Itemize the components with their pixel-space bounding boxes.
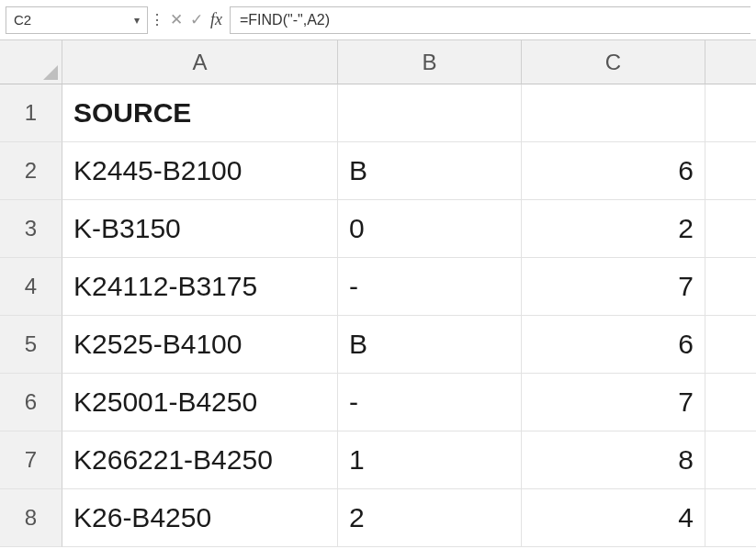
cell-B5[interactable]: B xyxy=(338,316,522,374)
cell-A3[interactable]: K-B3150 xyxy=(62,200,338,258)
cell-C4[interactable]: 7 xyxy=(522,258,705,316)
cell-C3[interactable]: 2 xyxy=(522,200,705,258)
row-header-6[interactable]: 6 xyxy=(0,374,62,431)
more-icon[interactable]: ⋮ xyxy=(148,11,166,28)
cell-B2[interactable]: B xyxy=(338,142,522,200)
cell-C2[interactable]: 6 xyxy=(522,142,705,200)
cell-A7[interactable]: K266221-B4250 xyxy=(62,431,338,489)
cell-C8[interactable]: 4 xyxy=(522,489,705,547)
cell-C1[interactable] xyxy=(522,84,705,142)
cancel-icon[interactable]: ✕ xyxy=(170,10,183,29)
row-header-1[interactable]: 1 xyxy=(0,84,62,142)
cell-B3[interactable]: 0 xyxy=(338,200,522,258)
spreadsheet-grid: A B C 1 SOURCE 2 K2445-B2100 B 6 xyxy=(0,40,756,549)
table-row: 7 K266221-B4250 1 8 xyxy=(0,431,756,489)
table-row: 2 K2445-B2100 B 6 xyxy=(0,142,756,200)
cell-A6[interactable]: K25001-B4250 xyxy=(62,374,338,431)
row-header-2[interactable]: 2 xyxy=(0,142,62,200)
cell-D6[interactable] xyxy=(705,374,756,431)
formula-bar-buttons: ✕ ✓ fx xyxy=(166,10,226,29)
chevron-down-icon[interactable]: ▾ xyxy=(134,14,140,27)
cell-D5[interactable] xyxy=(705,316,756,374)
cell-B7[interactable]: 1 xyxy=(338,431,522,489)
cell-D2[interactable] xyxy=(705,142,756,200)
cell-D1[interactable] xyxy=(705,84,756,142)
row-header-8[interactable]: 8 xyxy=(0,489,62,547)
row-header-3[interactable]: 3 xyxy=(0,200,62,258)
grid-body: 1 SOURCE 2 K2445-B2100 B 6 3 K-B3150 0 2 xyxy=(0,84,756,547)
cell-D7[interactable] xyxy=(705,431,756,489)
cell-B4[interactable]: - xyxy=(338,258,522,316)
fx-icon[interactable]: fx xyxy=(210,10,222,29)
table-row: 3 K-B3150 0 2 xyxy=(0,200,756,258)
cell-B6[interactable]: - xyxy=(338,374,522,431)
col-header-C[interactable]: C xyxy=(522,40,705,84)
cell-C7[interactable]: 8 xyxy=(522,431,705,489)
cell-A5[interactable]: K2525-B4100 xyxy=(62,316,338,374)
cell-D4[interactable] xyxy=(705,258,756,316)
col-header-B[interactable]: B xyxy=(338,40,522,84)
formula-input[interactable]: =FIND("-",A2) xyxy=(230,6,750,34)
row-header-7[interactable]: 7 xyxy=(0,431,62,489)
cell-A4[interactable]: K24112-B3175 xyxy=(62,258,338,316)
enter-icon[interactable]: ✓ xyxy=(190,10,203,29)
column-header-row: A B C xyxy=(0,40,756,84)
table-row: 5 K2525-B4100 B 6 xyxy=(0,316,756,374)
select-all-corner[interactable] xyxy=(0,40,62,84)
cell-D3[interactable] xyxy=(705,200,756,258)
cell-A1[interactable]: SOURCE xyxy=(62,84,338,142)
cell-B8[interactable]: 2 xyxy=(338,489,522,547)
name-box[interactable]: C2 ▾ xyxy=(6,6,148,34)
cell-B1[interactable] xyxy=(338,84,522,142)
name-box-value: C2 xyxy=(14,12,31,28)
table-row: 4 K24112-B3175 - 7 xyxy=(0,258,756,316)
formula-bar: C2 ▾ ⋮ ✕ ✓ fx =FIND("-",A2) xyxy=(0,0,756,40)
cell-C5[interactable]: 6 xyxy=(522,316,705,374)
row-header-4[interactable]: 4 xyxy=(0,258,62,316)
cell-A8[interactable]: K26-B4250 xyxy=(62,489,338,547)
table-row: 1 SOURCE xyxy=(0,84,756,142)
cell-D8[interactable] xyxy=(705,489,756,547)
formula-text: =FIND("-",A2) xyxy=(240,12,330,28)
row-header-5[interactable]: 5 xyxy=(0,316,62,374)
cell-C6[interactable]: 7 xyxy=(522,374,705,431)
table-row: 6 K25001-B4250 - 7 xyxy=(0,374,756,431)
col-header-A[interactable]: A xyxy=(62,40,338,84)
col-header-D[interactable] xyxy=(705,40,756,84)
table-row: 8 K26-B4250 2 4 xyxy=(0,489,756,547)
cell-A2[interactable]: K2445-B2100 xyxy=(62,142,338,200)
